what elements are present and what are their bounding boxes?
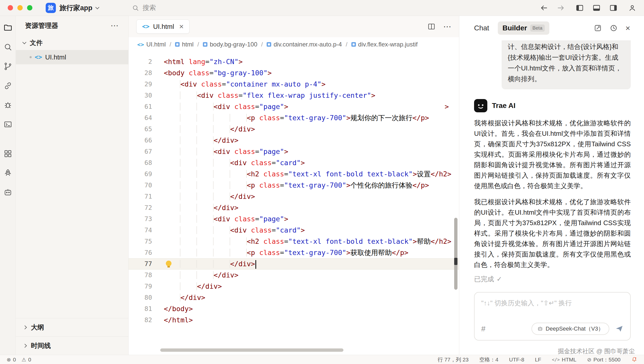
explorer-more-icon[interactable]: ⋯ <box>110 21 119 30</box>
activity-remote[interactable] <box>0 76 16 95</box>
code-line-70[interactable]: 70 <p class="text-gray-700">个性化你的旅行体验</p… <box>129 180 459 191</box>
code-line-76[interactable]: 76 <p class="text-gray-700">获取使用帮助</p> <box>129 247 459 258</box>
toggle-right-panel-icon[interactable] <box>609 4 617 12</box>
code-line-72[interactable]: 72 </div> <box>129 202 459 213</box>
code-line-61[interactable]: 61 <div class="page">> <box>129 101 459 112</box>
global-search[interactable]: 搜索 <box>132 3 156 12</box>
errors-indicator[interactable]: ⊗ 0 <box>7 357 16 363</box>
lightbulb-icon[interactable] <box>166 261 171 266</box>
code-line-69[interactable]: 69 <h2 class="text-xl font-bold text-bla… <box>129 168 459 180</box>
context-hash-button[interactable]: # <box>481 324 486 333</box>
workspace-switcher[interactable]: 旅 旅行家app <box>46 3 99 13</box>
send-icon[interactable] <box>615 324 624 333</box>
breadcrumb-separator: / <box>346 41 348 48</box>
split-editor-icon[interactable] <box>427 22 436 31</box>
tab-chat[interactable]: Chat <box>474 24 489 32</box>
toggle-left-panel-icon[interactable] <box>576 4 584 12</box>
code-editor[interactable]: 2<html lang="zh-CN">28<body class="bg-gr… <box>129 52 459 355</box>
activity-search[interactable] <box>0 37 16 57</box>
activity-extensions[interactable] <box>0 144 16 163</box>
eol-setting[interactable]: LF <box>535 357 541 363</box>
timeline-section[interactable]: 时间线 <box>16 336 128 355</box>
code-line-80[interactable]: 80 </div> <box>129 292 459 303</box>
outline-section[interactable]: 大纲 <box>16 318 128 336</box>
terminal-icon <box>4 120 12 129</box>
line-content: <html lang="zh-CN"> <box>153 56 459 67</box>
indent-setting[interactable]: 空格：4 <box>479 356 498 363</box>
code-line-29[interactable]: 29 <div class="container mx-auto p-4"> <box>129 79 459 90</box>
chat-input-box[interactable]: "↑↓" 切换历史输入，"⇧↵" 换行 # DeepSeek-Chat（V3） <box>474 292 631 341</box>
code-line-75[interactable]: 75 <h2 class="text-xl font-bold text-bla… <box>129 236 459 247</box>
navigate-back-icon[interactable] <box>540 4 548 12</box>
activity-source-control[interactable] <box>0 57 16 76</box>
model-selector[interactable]: DeepSeek-Chat（V3） <box>531 323 609 335</box>
encoding-setting[interactable]: UTF-8 <box>509 357 524 363</box>
breadcrumb-item[interactable]: html <box>175 41 193 48</box>
problems-summary[interactable]: ⊗ 0 ⚠ 0 <box>7 357 31 363</box>
new-chat-icon[interactable] <box>594 24 602 32</box>
code-line-64[interactable]: 64 <p class="text-gray-700">规划你的下一次旅行</p… <box>129 112 459 124</box>
breadcrumb-item[interactable]: div.container.mx-auto.p-4 <box>267 41 342 48</box>
search-label: 搜索 <box>143 3 156 12</box>
code-line-79[interactable]: 79 </div> <box>129 281 459 292</box>
zoom-window-button[interactable] <box>27 5 32 10</box>
main-area: 资源管理器 ⋯ 文件 <> UI.html 大纲 时间线 <box>0 16 644 355</box>
element-symbol-icon <box>267 42 271 47</box>
cursor-position[interactable]: 行 77，列 23 <box>438 356 468 363</box>
code-line-82[interactable]: 82</html> <box>129 314 459 326</box>
files-section-header[interactable]: 文件 <box>16 35 128 50</box>
beta-badge: Beta <box>530 25 545 32</box>
code-line-73[interactable]: 73 <div class="page"> <box>129 213 459 225</box>
line-number: 65 <box>129 124 153 135</box>
close-tab-icon[interactable]: × <box>179 23 184 30</box>
vertical-scrollbar[interactable] <box>454 218 457 290</box>
folded-code-end[interactable]: > <box>445 101 449 112</box>
tab-builder[interactable]: Builder Beta <box>498 21 549 35</box>
file-item-ui-html[interactable]: <> UI.html <box>16 50 128 64</box>
account-icon[interactable] <box>628 4 636 12</box>
code-line-2[interactable]: 2<html lang="zh-CN"> <box>129 56 459 67</box>
live-server-port[interactable]: ⊘ Port：5500 <box>587 356 621 363</box>
code-line-71[interactable]: 71 </div> <box>129 191 459 202</box>
close-window-button[interactable] <box>8 5 13 10</box>
model-label: DeepSeek-Chat（V3） <box>546 325 604 333</box>
activity-explorer[interactable] <box>0 18 16 37</box>
history-icon[interactable] <box>610 24 618 32</box>
outline-label: 大纲 <box>31 323 44 332</box>
close-panel-icon[interactable]: × <box>625 24 630 32</box>
warnings-indicator[interactable]: ⚠ 0 <box>21 357 31 363</box>
editor-more-actions-icon[interactable]: ⋯ <box>443 22 451 31</box>
tab-ui-html[interactable]: <> UI.html × <box>136 19 190 34</box>
explorer-title: 资源管理器 <box>25 21 58 30</box>
activity-terminal[interactable] <box>0 115 16 134</box>
code-line-30[interactable]: 30 <div class="flex flex-wrap justify-ce… <box>129 90 459 101</box>
horizontal-scrollbar[interactable] <box>160 348 343 352</box>
code-line-67[interactable]: 67 <div class="page"> <box>129 146 459 157</box>
activity-bar <box>0 16 16 355</box>
titlebar-actions <box>531 4 636 12</box>
bell-icon[interactable] <box>631 357 637 363</box>
code-line-78[interactable]: 78 </div> <box>129 270 459 281</box>
breadcrumb-item[interactable]: body.bg-gray-100 <box>203 41 257 48</box>
minimize-window-button[interactable] <box>17 5 23 10</box>
toggle-bottom-panel-icon[interactable] <box>592 4 601 12</box>
language-mode[interactable]: </> HTML <box>552 357 576 363</box>
line-number: 70 <box>129 180 153 191</box>
code-line-66[interactable]: 66 </div> <box>129 135 459 146</box>
code-line-65[interactable]: 65 </div> <box>129 124 459 135</box>
code-line-28[interactable]: 28<body class="bg-gray-100"> <box>129 67 459 79</box>
user-quote-message: 计、信息架构设计，结合{设计风格}和{技术规格}输出一套UI设计方案。生成一个U… <box>502 40 631 89</box>
activity-ai-assistant[interactable] <box>0 183 16 202</box>
breadcrumb-separator: / <box>197 41 199 48</box>
code-line-77[interactable]: 77 </div> <box>129 258 459 270</box>
breadcrumb-item[interactable]: <>UI.html <box>137 41 166 48</box>
code-line-74[interactable]: 74 <div class="card"> <box>129 225 459 236</box>
code-line-68[interactable]: 68 <div class="card"> <box>129 157 459 168</box>
activity-debug[interactable] <box>0 95 16 115</box>
chat-messages-area[interactable]: 计、信息架构设计，结合{设计风格}和{技术规格}输出一套UI设计方案。生成一个U… <box>459 40 644 288</box>
navigate-forward-icon[interactable] <box>557 4 565 12</box>
activity-launch[interactable] <box>0 163 16 183</box>
code-line-81[interactable]: 81</body> <box>129 303 459 314</box>
breadcrumb-item[interactable]: div.flex.flex-wrap.justif <box>351 41 418 48</box>
search-icon <box>132 4 139 11</box>
